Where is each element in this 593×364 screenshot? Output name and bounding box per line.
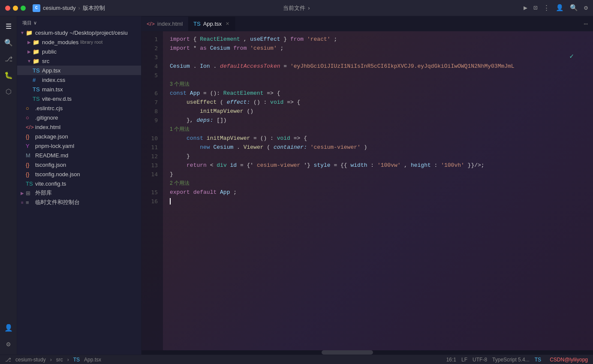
activity-extensions[interactable]: ⬡: [2, 85, 15, 99]
external-lib-icon: ⊞: [26, 190, 33, 196]
tab-app-tsx[interactable]: TS App.tsx ✕: [188, 17, 236, 31]
tsconfig-node-label: tsconfig.node.json: [35, 171, 80, 177]
search-icon[interactable]: 🔍: [570, 4, 578, 12]
more-icon[interactable]: ⋮: [543, 4, 550, 12]
tree-item-external-lib[interactable]: ▶ ⊞ 外部库: [17, 188, 141, 198]
tree-item-pnpm-lock[interactable]: Y pnpm-lock.yaml: [17, 141, 141, 150]
tree-item-root[interactable]: ▼ 📁 cesium-study ~/Desktop/project/cesiu: [17, 28, 141, 37]
traffic-lights: [5, 6, 26, 11]
activity-explorer[interactable]: ☰: [2, 20, 15, 33]
folder-icon: 📁: [26, 30, 33, 36]
code-content[interactable]: import { ReactElement , useEffect } from…: [163, 31, 593, 350]
node-modules-label: node_modules: [42, 39, 78, 45]
hint-1use: 1 个用法: [163, 125, 593, 134]
activity-git[interactable]: ⎇: [2, 52, 15, 66]
tree-item-tsconfig[interactable]: {} tsconfig.json: [17, 160, 141, 169]
sidebar-header[interactable]: 项目 ∨: [17, 16, 141, 28]
code-editor[interactable]: ✓ 1 2 3 4 5 6 7 8 9 10 11 12 13 14 15: [141, 31, 593, 350]
tree-item-vite-config[interactable]: TS vite.config.ts: [17, 179, 141, 188]
maximize-button[interactable]: [21, 6, 26, 11]
tree-item-public[interactable]: ▶ 📁 public: [17, 47, 141, 56]
tab-index-html[interactable]: </> index.html: [141, 17, 188, 31]
status-encoding[interactable]: UTF-8: [473, 357, 487, 363]
js-icon: ○: [26, 105, 33, 111]
split-icon[interactable]: ⊡: [533, 4, 537, 12]
index-css-label: index.css: [42, 77, 65, 83]
folder-src-icon: 📁: [33, 58, 40, 64]
tsx-icon: TS: [33, 86, 40, 93]
status-file: App.tsx: [84, 357, 101, 363]
line-num-10: 10: [141, 134, 163, 143]
src-label: src: [42, 58, 49, 64]
tabs-more-button[interactable]: ⋯: [578, 17, 593, 31]
code-line-3: [163, 53, 593, 62]
tree-item-gitignore[interactable]: ○ .gitignore: [17, 113, 141, 122]
tree-item-temp-files[interactable]: ≡ ≡ 临时文件和控制台: [17, 198, 141, 207]
status-line-ending[interactable]: LF: [461, 357, 467, 363]
code-line-13: return < div id = {' cesium-viewer '} st…: [163, 161, 593, 170]
tab-app-tsx-label: App.tsx: [203, 21, 222, 27]
tree-item-readme[interactable]: M README.md: [17, 150, 141, 160]
scrollbar-thumb[interactable]: [322, 350, 373, 355]
code-line-11: new Cesium . Viewer ( container: 'cesium…: [163, 143, 593, 152]
main-layout: ☰ 🔍 ⎇ 🐛 ⬡ 👤 ⚙ 项目 ∨ ▼ 📁 cesium-study ~/De…: [0, 16, 593, 355]
line-num-4: 4: [141, 62, 163, 71]
app-name: cesium-study: [43, 5, 76, 11]
tree-item-src[interactable]: ▼ 📁 src: [17, 56, 141, 66]
code-line-14: }: [163, 170, 593, 179]
line-num-14: 14: [141, 170, 163, 179]
status-bar: ⎇ cesium-study › src › TS App.tsx 16:1 L…: [0, 355, 593, 364]
editor-area: </> index.html TS App.tsx ✕ ⋯ ✓ 1 2 3 4 …: [141, 16, 593, 355]
main-tsx-label: main.tsx: [42, 86, 63, 93]
pnpm-lock-label: pnpm-lock.yaml: [35, 143, 74, 149]
version-control-label[interactable]: 版本控制: [83, 4, 105, 12]
tree-item-main-tsx[interactable]: TS main.tsx: [17, 84, 141, 94]
titlebar-center: 当前文件 ›: [283, 4, 310, 12]
csdn-brand: CSDN@lyliiyopg: [550, 357, 588, 363]
status-right: 16:1 LF UTF-8 TypeScript 5.4... TS CSDN@…: [446, 357, 588, 363]
activity-search[interactable]: 🔍: [2, 36, 15, 50]
titlebar: C cesium-study › 版本控制 当前文件 › ▶ ⊡ ⋮ 👤 🔍 ⚙: [0, 0, 593, 16]
json-icon: {}: [26, 162, 33, 168]
git-repo-name[interactable]: cesium-study: [15, 357, 46, 363]
tab-close-button[interactable]: ✕: [224, 21, 230, 27]
folder-icon: 📁: [33, 39, 40, 45]
tree-item-tsconfig-node[interactable]: {} tsconfig.node.json: [17, 169, 141, 179]
tree-item-app-tsx[interactable]: TS App.tsx: [17, 66, 141, 75]
html-tab-icon: </>: [147, 21, 155, 27]
tree-item-vite-env[interactable]: TS vite-env.d.ts: [17, 94, 141, 103]
tree-item-eslintrc[interactable]: ○ .eslintrc.cjs: [17, 103, 141, 113]
app-icon: C: [33, 4, 40, 12]
app-tsx-label: App.tsx: [42, 67, 60, 74]
tree-item-index-css[interactable]: # index.css: [17, 75, 141, 84]
status-language[interactable]: TypeScript 5.4...: [492, 357, 530, 363]
settings-icon[interactable]: ⚙: [584, 4, 588, 12]
readme-label: README.md: [35, 152, 68, 159]
tree-item-package-json[interactable]: {} package.json: [17, 132, 141, 141]
tree-item-node-modules[interactable]: ▶ 📁 node_modules library root: [17, 37, 141, 47]
line-num-16: 16: [141, 197, 163, 206]
chevron-down-icon: ▼: [26, 59, 33, 63]
activity-account[interactable]: 👤: [2, 321, 15, 335]
code-line-1: import { ReactElement , useEffect } from…: [163, 35, 593, 44]
line-num-3: 3: [141, 53, 163, 62]
line-num-6: 6: [141, 89, 163, 98]
code-line-4: Cesium . Ion . defaultAccessToken = 'eyJ…: [163, 62, 593, 71]
horizontal-scrollbar[interactable]: [141, 350, 593, 355]
cursor: [170, 198, 174, 205]
chevron-right-icon: ≡: [19, 200, 26, 205]
yaml-icon: Y: [26, 143, 33, 149]
sidebar: 项目 ∨ ▼ 📁 cesium-study ~/Desktop/project/…: [17, 16, 141, 355]
account-icon[interactable]: 👤: [556, 4, 564, 12]
status-position[interactable]: 16:1: [446, 357, 456, 363]
current-file-label[interactable]: 当前文件: [283, 4, 305, 12]
minimize-button[interactable]: [13, 6, 18, 11]
tree-item-index-html[interactable]: </> index.html: [17, 122, 141, 132]
activity-debug[interactable]: 🐛: [2, 69, 15, 82]
app-info: C cesium-study › 版本控制: [33, 4, 105, 12]
close-button[interactable]: [5, 6, 10, 11]
code-line-15: export default App ;: [163, 188, 593, 197]
code-line-2: import * as Cesium from 'cesium' ;: [163, 44, 593, 53]
run-icon[interactable]: ▶: [524, 4, 527, 12]
activity-settings[interactable]: ⚙: [2, 337, 15, 351]
